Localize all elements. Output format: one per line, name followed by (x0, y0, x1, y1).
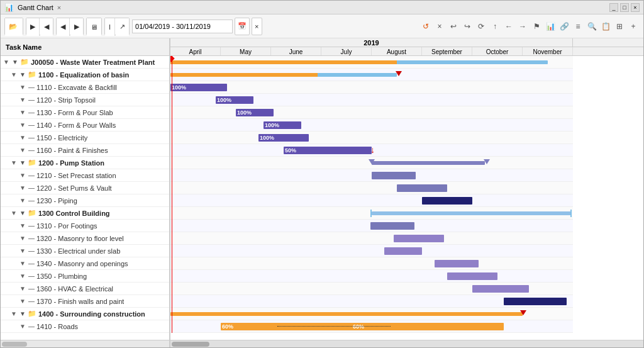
arrow-btn[interactable]: ↗ (116, 18, 129, 36)
minimize-btn[interactable]: _ (609, 3, 618, 12)
task-row[interactable]: ▼ — 1370 - Finish walls and paint (1, 295, 169, 308)
task-row[interactable]: ▼ — 1130 - Form & Pour Slab (1, 106, 169, 119)
task-row[interactable]: ▼ ▼ 📁 1100 - Equalization of basin (1, 69, 169, 81)
window-title: Gantt Chart (18, 4, 53, 11)
expand-icon[interactable]: ▼ (19, 71, 26, 78)
copy-icon[interactable]: 📋 (599, 20, 612, 33)
task-row[interactable]: ▼ ▼ 📁 1400 - Surrounding construction (1, 308, 169, 320)
month-june: June (271, 47, 321, 56)
task-row[interactable]: ▼ — 1310 - Por Footings (1, 220, 169, 232)
task-row[interactable]: ▼ — 1150 - Electricity (1, 132, 169, 144)
back-icon[interactable]: ← (502, 20, 515, 33)
gantt-row-1330 (170, 245, 573, 257)
dash-icon: — (28, 222, 35, 229)
month-july: July (321, 47, 372, 56)
gantt-row-1370 (170, 295, 573, 308)
chart-icon[interactable]: 📊 (544, 20, 557, 33)
cursor-btn[interactable]: I (105, 18, 115, 36)
gantt-row-1230 (170, 194, 573, 207)
gantt-header: 2019 April May June July August Septembe… (170, 38, 643, 56)
task-name: 1160 - Paint & Finishes (36, 147, 108, 154)
task-row[interactable]: ▼ — 1140 - Form & Pour Walls (1, 119, 169, 132)
task-row[interactable]: ▼ — 1160 - Paint & Finishes (1, 144, 169, 157)
gantt-chart-area: 100% 100% 100% (170, 56, 573, 333)
bar-1110-label: 100% (170, 84, 186, 91)
left-scrollbar-thumb[interactable] (2, 342, 27, 347)
task-row[interactable]: ▼ ▼ 📁 1200 - Pump Station (1, 157, 169, 169)
task-row[interactable]: ▼ — 1350 - Plumbing (1, 270, 169, 283)
refresh-icon[interactable]: ↺ (419, 20, 432, 33)
bar-1130: 100% (236, 109, 274, 116)
task-row[interactable]: ▼ — 1230 - Piping (1, 194, 169, 207)
title-bar: 📊 Gantt Chart × _ □ × (1, 1, 643, 14)
task-row[interactable]: ▼ — 1340 - Masonry and openings (1, 257, 169, 270)
task-row[interactable]: ▼ ▼ 📁 J00050 - Waste Water Treatment Pla… (1, 56, 169, 69)
restore-btn[interactable]: □ (620, 3, 629, 12)
main-content: Task Name ▼ ▼ 📁 J00050 - Waste Water Tre… (1, 38, 643, 347)
expand-icon[interactable]: ▼ (19, 210, 26, 216)
filter-icon: ▼ (19, 147, 27, 154)
close-icon[interactable]: × (433, 20, 446, 33)
gantt-row-1150: 100% (170, 132, 573, 144)
task-name: 1230 - Piping (36, 197, 77, 205)
add-icon[interactable]: + (627, 20, 640, 33)
task-row[interactable]: ▼ — 1220 - Set Pums & Vault (1, 182, 169, 194)
lines-icon[interactable]: ≡ (572, 20, 584, 33)
task-row[interactable]: ▼ — 1110 - Excavate & Backfill (1, 81, 169, 94)
task-name: 1140 - Form & Pour Walls (36, 121, 116, 129)
horizontal-scrollbar[interactable] (170, 340, 643, 347)
scrollbar-thumb[interactable] (172, 342, 209, 347)
filter-icon: ▼ (19, 285, 27, 292)
task-row[interactable]: ▼ — 1410 - Roads (1, 320, 169, 333)
bar-1410-label-left: 60% (221, 323, 233, 330)
dash-icon: — (28, 235, 35, 242)
task-row[interactable]: ▼ — 1360 - HVAC & Electrical (1, 283, 169, 295)
play-btn[interactable]: ▶ (26, 18, 40, 36)
gantt-row-1350 (170, 270, 573, 283)
filter-icon: ▼ (19, 235, 27, 242)
gantt-row-1340 (170, 257, 573, 270)
grid-icon[interactable]: ⊞ (613, 20, 626, 33)
clear-date-btn[interactable]: × (252, 18, 262, 35)
task-row[interactable]: ▼ — 1120 - Strip Topsoil (1, 94, 169, 106)
task-row[interactable]: ▼ — 1330 - Electrical under slab (1, 245, 169, 257)
expand-icon[interactable]: ▼ (19, 159, 26, 166)
prev-btn[interactable]: ◀ (57, 18, 70, 36)
task-name: 1300 Control Building (38, 210, 110, 217)
expand-icon[interactable]: ▼ (19, 310, 26, 317)
task-name: 1320 - Masonry to floor level (36, 235, 124, 242)
open-btn[interactable]: 📂 (5, 18, 23, 36)
month-october: October (472, 47, 523, 56)
calendar-btn[interactable]: 📅 (235, 18, 250, 35)
toolbar-group-nav: ◀ ▶ (56, 18, 84, 35)
sync-icon[interactable]: ⟳ (475, 20, 487, 33)
up-icon[interactable]: ↑ (489, 20, 501, 33)
forward-icon[interactable]: → (516, 20, 529, 33)
task-row[interactable]: ▼ ▼ 📁 1300 Control Building (1, 207, 169, 220)
next-btn[interactable]: ▶ (70, 18, 83, 36)
date-range-input[interactable] (132, 20, 233, 33)
filter-icon: ▼ (11, 71, 18, 78)
bar-1130-label: 100% (236, 109, 252, 116)
title-close-btn[interactable]: × (57, 4, 61, 11)
link-icon[interactable]: 🔗 (558, 20, 570, 33)
close-btn[interactable]: × (631, 3, 640, 12)
gantt-chart-icon: 📊 (4, 3, 14, 12)
play-back-btn[interactable]: ◀ (40, 18, 53, 36)
search-icon[interactable]: 🔍 (586, 20, 598, 33)
undo-icon[interactable]: ↩ (447, 20, 460, 33)
expand-icon[interactable]: ▼ (12, 59, 18, 65)
year-label: 2019 (170, 38, 573, 47)
task-name: 1350 - Plumbing (36, 272, 87, 280)
task-list[interactable]: ▼ ▼ 📁 J00050 - Waste Water Treatment Pla… (1, 56, 169, 340)
task-row[interactable]: ▼ — 1320 - Masonry to floor level (1, 232, 169, 245)
task-name: 1410 - Roads (36, 323, 78, 330)
task-row[interactable]: ▼ — 1210 - Set Precast station (1, 169, 169, 182)
month-row: April May June July August September Oct… (170, 47, 643, 56)
dash-icon: — (28, 109, 35, 116)
task-name: 1310 - Por Footings (36, 222, 97, 230)
redo-icon[interactable]: ↪ (461, 20, 474, 33)
monitor-btn[interactable]: 🖥 (87, 18, 101, 36)
flag-icon[interactable]: ⚑ (530, 20, 543, 33)
left-scrollbar[interactable] (1, 340, 169, 347)
